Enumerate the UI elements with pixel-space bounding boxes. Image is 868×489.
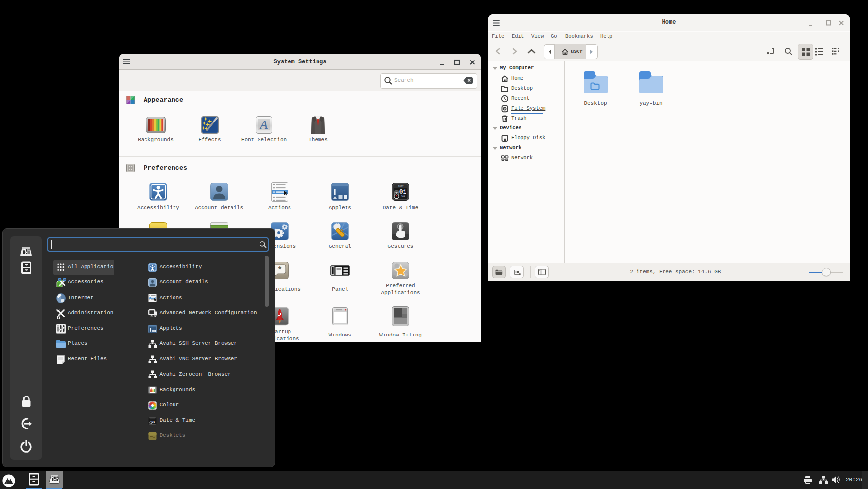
- svg-text:Sun: Sun: [395, 189, 399, 191]
- svg-text:JAN: JAN: [401, 195, 405, 198]
- svg-text:*: *: [277, 266, 282, 275]
- svg-text:A: A: [259, 118, 268, 132]
- svg-text:01: 01: [399, 188, 407, 196]
- svg-text:2007: 2007: [398, 185, 403, 188]
